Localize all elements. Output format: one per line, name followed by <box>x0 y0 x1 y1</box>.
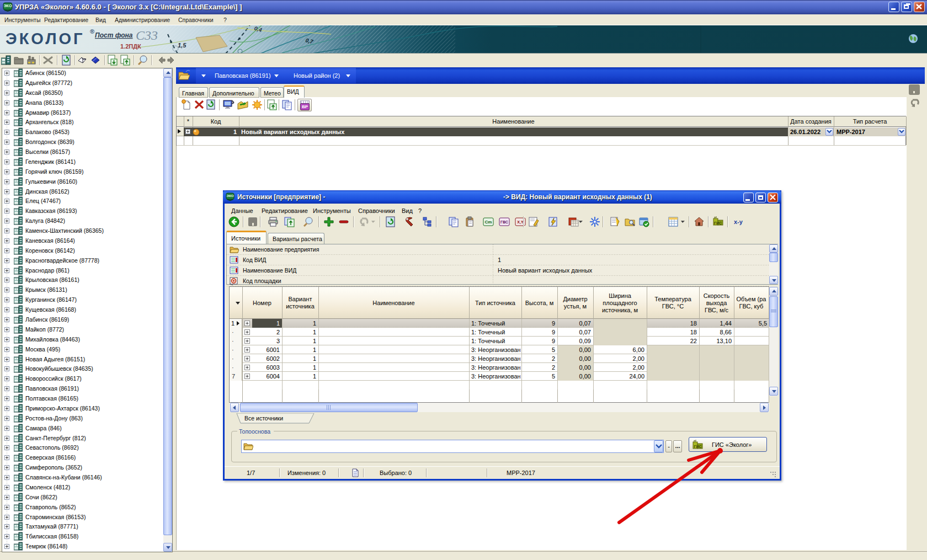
svg-text:ГВС: ГВС <box>500 220 508 224</box>
svg-text:1.2ПДК: 1.2ПДК <box>120 43 141 50</box>
svg-text:ЭКО: ЭКО <box>4 4 12 8</box>
svg-text:®: ® <box>90 28 94 35</box>
svg-text:Cm: Cm <box>485 220 492 225</box>
svg-text:Пост фона: Пост фона <box>95 31 133 39</box>
svg-text:1,5: 1,5 <box>178 42 187 49</box>
svg-text:ГИС: ГИС <box>714 221 722 225</box>
svg-text:С33: С33 <box>136 28 158 42</box>
svg-text:ЭКОЛОГ: ЭКОЛОГ <box>6 30 85 47</box>
svg-text:ЭКО: ЭКО <box>226 194 233 198</box>
